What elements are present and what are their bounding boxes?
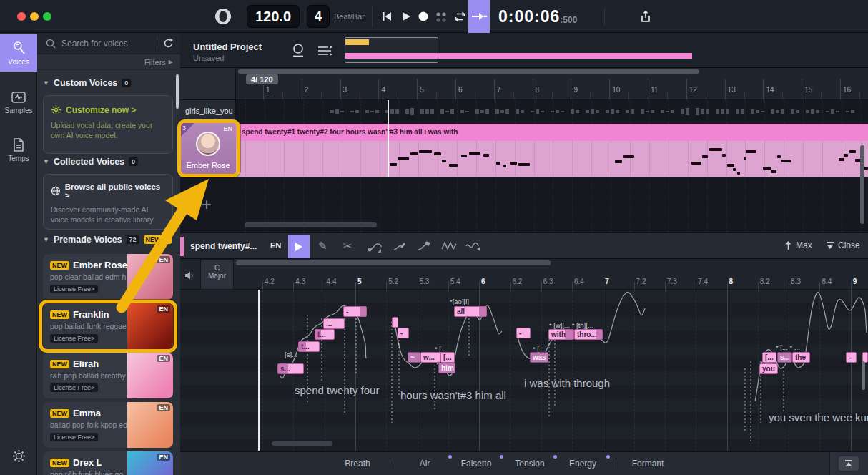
lyric-note[interactable]: him [438, 363, 455, 373]
filters-label[interactable]: Filters [144, 58, 166, 67]
browse-box[interactable]: Browse all public voices > Discover comm… [43, 174, 173, 230]
play-button[interactable] [400, 11, 412, 22]
lyric-note[interactable] [392, 317, 398, 328]
editor-ruler[interactable]: 4.24.34.455.25.35.466.26.36.477.27.37.48… [180, 259, 868, 290]
time-display[interactable]: 0:00:06 :500 [498, 7, 577, 26]
pitch-curve-tool-icon[interactable] [368, 240, 383, 252]
lyric-note[interactable]: with [548, 329, 574, 340]
customize-box[interactable]: Customize now > Upload vocal data, creat… [43, 95, 173, 154]
lyric-note[interactable]: - [343, 306, 367, 317]
pitch-pen-tool-icon[interactable] [393, 240, 407, 252]
lyric-note[interactable]: the [792, 352, 810, 363]
vibrato-tool-icon[interactable] [441, 240, 457, 252]
close-window-button[interactable] [17, 12, 26, 21]
project-title[interactable]: Untitled Project [193, 41, 262, 52]
lyric-note[interactable]: all [454, 306, 487, 317]
voice-card-emma[interactable]: ENNEWEmmaballad pop folk kpop edLicense … [43, 402, 173, 448]
grid-h-scrollbar[interactable] [272, 441, 332, 446]
loop-range-icon[interactable] [291, 42, 305, 59]
lyric-note[interactable]: you [759, 363, 778, 374]
phoneme-label[interactable]: * [... * ... [776, 343, 800, 351]
editor-clip-label[interactable]: spend twenty#... [190, 241, 257, 251]
lyric-note[interactable]: - [398, 328, 409, 338]
lyric-note[interactable]: s... [777, 352, 792, 363]
tempo-display[interactable]: 120.0 [247, 5, 300, 28]
expand-panel-button[interactable] [839, 456, 859, 471]
vibrato-edit-tool-icon[interactable] [465, 240, 481, 252]
track-area[interactable]: girls_like_you spend twenty#1 twenty#2 f… [180, 100, 868, 232]
voice-license-badge[interactable]: License Free> [50, 383, 98, 392]
grid-v-scrollbar[interactable] [862, 361, 865, 390]
pitch-eraser-tool-icon[interactable] [417, 240, 431, 252]
filters-chevron-icon[interactable]: ▶ [169, 59, 173, 65]
beats-per-bar-display[interactable]: 4 [307, 5, 330, 28]
lyric-note[interactable]: ... [323, 318, 345, 329]
lyric-note[interactable]: t... [298, 341, 320, 352]
voice-card-drex-l[interactable]: ENNEWDrex Lpop r&b funk blues goLicense … [43, 451, 173, 475]
track-settings-icon[interactable] [316, 44, 333, 58]
param-tab-formant[interactable]: Formant [626, 459, 669, 469]
lyric-note[interactable]: ~ [408, 352, 420, 363]
tab-voices[interactable]: Voices [0, 34, 37, 72]
param-tab-energy[interactable]: Energy [561, 459, 604, 469]
param-tab-breath[interactable]: Breath [336, 459, 379, 469]
arrangement-h-scrollbar[interactable] [238, 69, 699, 74]
customize-cta[interactable]: Customize now > [66, 105, 136, 115]
phoneme-label[interactable]: *[ao][l] [450, 298, 469, 305]
traffic-lights[interactable] [17, 12, 51, 21]
tab-samples[interactable]: Samples [0, 84, 37, 120]
tracks-v-scrollbar[interactable] [860, 145, 864, 224]
arrangement-playhead[interactable] [388, 100, 389, 177]
voice-license-badge[interactable]: License Free> [50, 433, 98, 441]
minimize-window-button[interactable] [30, 12, 39, 21]
lyric-note[interactable]: was [530, 352, 548, 363]
search-bar[interactable]: Search for voices [37, 33, 180, 54]
skip-back-button[interactable] [381, 11, 393, 22]
custom-voices-header[interactable]: ▼ Custom Voices 0 [43, 78, 131, 88]
clip-lyrics-header[interactable]: spend twenty#1 twenty#2 four hours wasn'… [236, 124, 868, 141]
export-icon[interactable] [639, 9, 652, 24]
voice-card-ember-rose[interactable]: ENNEWEmber Rosepop clear ballad edm hLic… [43, 254, 173, 300]
zoom-window-button[interactable] [43, 12, 51, 21]
arrangement-ruler[interactable]: 4/ 120 12345678910111213141516 [180, 68, 868, 100]
phoneme-label[interactable]: * [w][... * [th][... [549, 321, 593, 329]
lyric-note[interactable]: thro... [574, 329, 603, 340]
voice-license-badge[interactable]: License Free> [50, 285, 98, 293]
key-scale-selector[interactable]: C Major [200, 259, 234, 290]
phoneme-label[interactable]: [s]... [285, 351, 297, 358]
maximize-editor-button[interactable]: Max [784, 240, 812, 250]
voice-card-elirah[interactable]: ENNEWElirahr&b pop ballad breathyLicense… [43, 353, 173, 398]
sidebar-scrollbar[interactable] [176, 74, 179, 109]
tab-temps[interactable]: Temps [0, 132, 37, 168]
preview-speaker-icon[interactable] [184, 270, 195, 280]
settings-gear-icon[interactable] [11, 449, 26, 464]
add-track-button[interactable]: + [202, 195, 212, 215]
close-editor-button[interactable]: Close [826, 240, 860, 250]
lyric-note[interactable]: - [516, 328, 531, 338]
phoneme-label[interactable]: * [... [435, 345, 447, 353]
tracks-h-scrollbar[interactable] [245, 222, 377, 227]
editor-h-scrollbar[interactable] [236, 260, 551, 265]
follow-playhead-button[interactable] [468, 0, 490, 33]
refresh-icon[interactable] [163, 38, 174, 49]
vocal-clip[interactable]: spend twenty#1 twenty#2 four hours wasn'… [236, 124, 868, 177]
browse-cta[interactable]: Browse all public voices > [65, 182, 165, 200]
lyric-note[interactable]: w... [420, 352, 440, 363]
metronome-icon[interactable] [213, 6, 233, 26]
collected-voices-header[interactable]: ▼ Collected Voices 0 [43, 157, 138, 167]
scissors-tool-icon[interactable]: ✂ [343, 240, 352, 253]
lyric-language-selector[interactable]: EN [270, 241, 281, 250]
lyric-note[interactable]: [... [762, 352, 776, 363]
time-signature-chip[interactable]: 4/ 120 [246, 74, 278, 84]
param-tab-tension[interactable]: Tension [508, 459, 551, 469]
lyric-note[interactable]: - [846, 352, 857, 363]
record-button[interactable] [418, 11, 429, 22]
lyric-note[interactable]: [... [440, 352, 455, 363]
piano-roll-grid[interactable]: s...t...t......--~w...[...himall-waswith… [180, 290, 868, 451]
lyric-note[interactable]: t... [315, 329, 335, 340]
loop-button[interactable] [453, 10, 467, 24]
clip-note-preview[interactable] [236, 141, 868, 177]
editor-playhead[interactable] [258, 290, 260, 451]
premade-voices-header[interactable]: ▼ Premade Voices 72 NEW 26 [43, 235, 172, 245]
pads-grid-icon[interactable] [435, 11, 448, 24]
